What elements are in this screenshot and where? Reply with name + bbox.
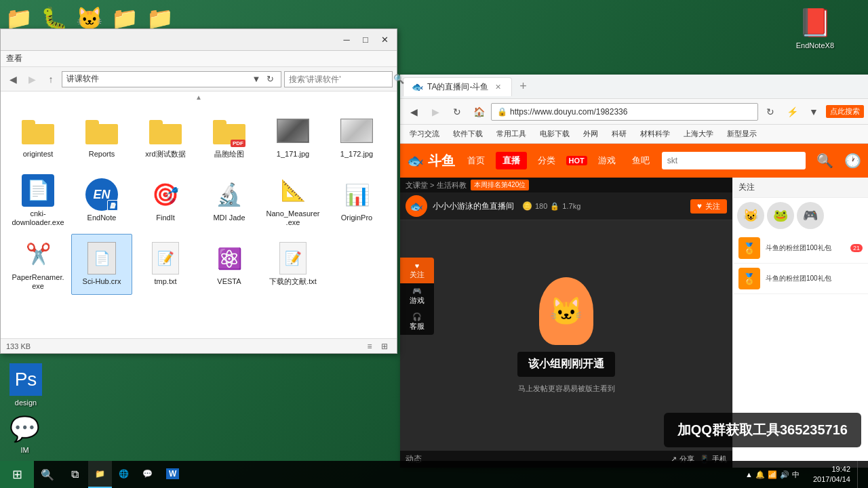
file-item-nano[interactable]: 📐 Nano_Measurer.exe <box>262 170 323 231</box>
file-item-tmp[interactable]: 📝 tmp.txt <box>135 234 196 295</box>
tray-notification-icon[interactable]: 🔔 <box>755 470 765 479</box>
browser-lightning-btn[interactable]: ⚡ <box>783 102 802 121</box>
douyu-nav: 首页 直播 分类 HOT 游戏 鱼吧 <box>462 152 655 169</box>
side-notification-2[interactable]: 🏅 斗鱼的粉丝团100礼包 <box>733 264 868 294</box>
file-item-findit[interactable]: 🎯 FindIt <box>135 170 196 231</box>
sidebar-service-button[interactable]: 🎧 客服 <box>400 309 434 335</box>
address-refresh[interactable]: ↻ <box>263 73 277 86</box>
desktop-icon-endnotex8[interactable]: 📕 EndNoteX8 <box>796 7 834 49</box>
browser-actions: ↻ ⚡ ▼ 点此搜索 <box>761 102 864 121</box>
file-item-downloaded[interactable]: 📝 下载的文献.txt <box>262 234 323 295</box>
file-item-scihub[interactable]: 📄 Sci-Hub.crx <box>71 234 132 295</box>
tray-volume-icon[interactable]: 🔊 <box>780 470 789 479</box>
file-item-vesta[interactable]: ⚛️ VESTA <box>199 234 260 295</box>
douyu-search-button[interactable]: 🔍 <box>816 152 833 169</box>
notif-icon-1: 🏅 <box>738 237 760 259</box>
desktop-icon-folder1[interactable]: 📁 <box>5 5 33 31</box>
file-item-img1[interactable]: 1_171.jpg <box>262 106 323 167</box>
file-item-originpro[interactable]: 📊 OriginPro <box>326 170 387 231</box>
desktop-icon-design[interactable]: Ps design <box>9 363 42 407</box>
file-item-origintest[interactable]: origintest <box>7 106 68 167</box>
douyu-nav-home[interactable]: 首页 <box>462 152 490 169</box>
bookmark-waiwang[interactable]: 外网 <box>578 127 604 142</box>
bookmark-xuexijiaoliu[interactable]: 学习交流 <box>404 127 445 142</box>
side-avatar-1[interactable]: 😺 <box>737 202 764 229</box>
close-button[interactable]: ✕ <box>375 33 394 47</box>
follow-button[interactable]: ♥ 关注 <box>690 199 727 214</box>
desktop-icon-cat[interactable]: 🐱 <box>76 5 103 31</box>
tray-network-icon[interactable]: 📶 <box>768 470 777 479</box>
url-bar[interactable]: 🔒 https://www.douyu.com/1982336 <box>491 103 758 121</box>
forward-button[interactable]: ▶ <box>24 71 40 87</box>
sidebar-follow-button[interactable]: ♥ 关注 <box>400 258 434 283</box>
file-item-cnki[interactable]: 📄 cnki-downloader.exe <box>7 170 68 231</box>
file-item-jingpei[interactable]: PDF 晶胞绘图 <box>199 106 260 167</box>
side-panel-follow-tab[interactable]: 关注 <box>738 182 755 193</box>
up-button[interactable]: ↑ <box>43 71 59 87</box>
minimize-button[interactable]: ─ <box>337 33 356 47</box>
menu-item-view[interactable]: 查看 <box>6 53 22 64</box>
search-input[interactable] <box>289 75 391 84</box>
desktop-icon-folder2[interactable]: 📁 <box>111 5 138 31</box>
click-search-button[interactable]: 点此搜索 <box>826 105 864 118</box>
file-item-reports[interactable]: Reports <box>71 106 132 167</box>
sidebar-game-button[interactable]: 🎮 游戏 <box>400 283 434 309</box>
browser-back-button[interactable]: ◀ <box>404 102 423 121</box>
word-taskbar-icon: W <box>166 468 179 479</box>
task-view-button[interactable]: ⧉ <box>61 461 88 488</box>
taskbar-file-explorer[interactable]: 📁 <box>88 461 112 488</box>
bookmark-xinxing[interactable]: 新型显示 <box>722 127 762 142</box>
file-item-xrd[interactable]: xrd测试数据 <box>135 106 196 167</box>
grid-view-button[interactable]: ⊞ <box>378 340 391 352</box>
scroll-up-button[interactable]: ▲ <box>1 92 397 102</box>
desktop-icon-im[interactable]: 💬 IM <box>9 415 40 454</box>
bookmark-ruanjianxiazai[interactable]: 软件下载 <box>448 127 488 142</box>
breadcrumb-label: 文课堂 > 生活科教 <box>406 180 467 190</box>
douyu-nav-category[interactable]: 分类 <box>532 152 561 169</box>
show-desktop-button[interactable] <box>857 461 868 488</box>
browser-refresh-btn[interactable]: ↻ <box>761 102 780 121</box>
douyu-search[interactable] <box>662 152 806 169</box>
list-view-button[interactable]: ≡ <box>363 340 376 352</box>
browser-forward-button[interactable]: ▶ <box>426 102 445 121</box>
address-dropdown[interactable]: ▼ <box>250 73 263 86</box>
file-item-mdijade[interactable]: 🔬 MDI Jade <box>199 170 260 231</box>
desktop-icon-folder3[interactable]: 📁 <box>146 5 174 31</box>
start-button[interactable]: ⊞ <box>0 461 34 488</box>
search-icon[interactable]: 🔍 <box>393 74 404 84</box>
douyu-nav-game[interactable]: 游戏 <box>593 152 621 169</box>
file-item-paperrenamer[interactable]: ✂️ PaperRenamer.exe <box>7 234 68 295</box>
taskbar-word[interactable]: W <box>159 461 186 488</box>
side-notification-1[interactable]: 🏅 斗鱼的粉丝团100礼包 21 <box>733 233 868 264</box>
douyu-search-input[interactable] <box>667 156 800 165</box>
taskbar-wechat[interactable]: 💬 <box>136 461 159 488</box>
tray-up-arrow[interactable]: ▲ <box>745 470 753 479</box>
browser-home-button[interactable]: 🏠 <box>469 102 488 121</box>
bookmark-shanghai[interactable]: 上海大学 <box>678 127 719 142</box>
side-avatar-2[interactable]: 🐸 <box>767 202 794 229</box>
taskbar-clock[interactable]: 19:42 2017/04/14 <box>806 464 857 485</box>
file-item-img2[interactable]: 1_172.jpg <box>326 106 387 167</box>
taskbar-search-button[interactable]: 🔍 <box>34 461 61 488</box>
taskbar-browser[interactable]: 🌐 <box>112 461 136 488</box>
bookmark-cailiao[interactable]: 材料科学 <box>635 127 675 142</box>
maximize-button[interactable]: □ <box>356 33 375 47</box>
tab-close-button[interactable]: ✕ <box>492 81 503 92</box>
browser-dropdown-btn[interactable]: ▼ <box>804 102 823 121</box>
search-bar[interactable]: 🔍 <box>284 71 393 87</box>
browser-tab-active[interactable]: 🐟 TA的直播间-斗鱼 ✕ <box>403 77 512 96</box>
desktop-icon-bug[interactable]: 🐛 <box>41 5 68 31</box>
browser-nav-bar: ◀ ▶ ↻ 🏠 🔒 https://www.douyu.com/1982336 … <box>400 99 868 125</box>
back-button[interactable]: ◀ <box>5 71 21 87</box>
browser-refresh-button[interactable]: ↻ <box>448 102 467 121</box>
douyu-nav-fishbar[interactable]: 鱼吧 <box>627 152 655 169</box>
bookmark-keyan[interactable]: 科研 <box>606 127 632 142</box>
douyu-nav-live[interactable]: 直播 <box>496 152 527 169</box>
bookmark-changyonggongju[interactable]: 常用工具 <box>491 127 532 142</box>
address-bar[interactable]: 讲课软件 ▼ ↻ <box>62 71 281 87</box>
new-tab-button[interactable]: + <box>513 77 532 96</box>
bookmark-dianying[interactable]: 电影下载 <box>534 127 575 142</box>
side-avatar-3[interactable]: 🎮 <box>797 202 824 229</box>
cnki-app-icon: 📄 <box>22 174 54 207</box>
file-item-endnote[interactable]: EN 📄 EndNote <box>71 170 132 231</box>
